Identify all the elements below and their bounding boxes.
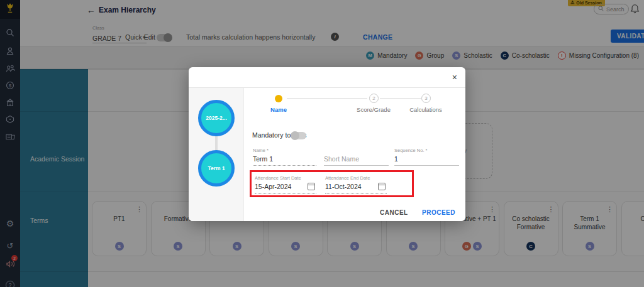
name-field-label: Name * [253, 148, 316, 153]
step-connector [287, 98, 367, 99]
toggle-knob [291, 131, 299, 140]
step-connector [380, 98, 421, 99]
annotation-highlight-box [250, 170, 414, 197]
modal-hierarchy-panel: 2025-2... Term 1 [189, 88, 244, 221]
step1-label[interactable]: Name [270, 106, 287, 113]
step3-circle[interactable]: 3 [421, 94, 431, 103]
mandatory-to-pass-toggle[interactable] [291, 132, 306, 139]
sequence-field-value[interactable]: 1 [394, 153, 459, 166]
short-name-placeholder[interactable]: Short Name [324, 153, 389, 166]
sequence-field[interactable]: Sequence No. * 1 [394, 148, 459, 166]
name-field-value[interactable]: Term 1 [253, 153, 316, 166]
proceed-button[interactable]: PROCEED [418, 208, 459, 217]
close-icon[interactable]: × [452, 73, 457, 82]
step3-label[interactable]: Calculations [409, 106, 442, 113]
step2-label[interactable]: Score/Grade [357, 106, 391, 113]
app-screen: ← Exam Hierarchy ⚠ Old Session Search Cl… [0, 0, 644, 287]
term-circle[interactable]: Term 1 [198, 150, 235, 187]
short-name-spacer [324, 148, 389, 153]
short-name-field[interactable]: Short Name [324, 148, 389, 166]
step1-dot[interactable] [275, 95, 282, 102]
sequence-field-label: Sequence No. * [394, 148, 459, 153]
cancel-button[interactable]: CANCEL [376, 208, 412, 217]
term-edit-modal: × 2025-2... Term 1 Name 2 Score/Grade 3 … [189, 67, 465, 221]
name-field[interactable]: Name * Term 1 [253, 148, 316, 166]
session-circle[interactable]: 2025-2... [198, 100, 235, 136]
step2-circle[interactable]: 2 [369, 94, 379, 103]
